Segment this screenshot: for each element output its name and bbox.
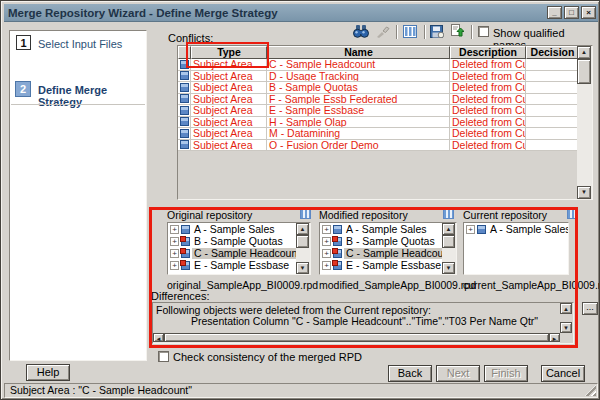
tree-scrollbar[interactable]: ▲ ▼ <box>442 223 456 274</box>
icon-column-header[interactable] <box>178 46 191 59</box>
expand-icon[interactable]: + <box>322 261 331 270</box>
scroll-down-icon[interactable]: ▼ <box>442 262 455 274</box>
conflicts-table[interactable]: Type Name Description Decision Subject A… <box>177 45 593 200</box>
import-icon <box>450 23 464 37</box>
repository-view-icon[interactable] <box>300 208 311 219</box>
modified-repository-filename: modified_SampleApp_BI0009.rpd <box>319 279 476 291</box>
repository-view-icon[interactable] <box>567 208 578 219</box>
sidebar-divider <box>11 104 145 105</box>
toolbar-separator <box>396 25 398 39</box>
subject-area-modified-icon <box>181 261 190 270</box>
step2-number: 2 <box>15 81 31 97</box>
tree-item[interactable]: + B - Sample Quotas <box>168 235 310 247</box>
scroll-right-icon[interactable]: ► <box>549 333 560 342</box>
modified-repository-tree[interactable]: + A - Sample Sales + B - Sample Quotas +… <box>319 222 457 275</box>
tree-item[interactable]: + A - Sample Sales <box>320 223 456 235</box>
expand-icon[interactable]: + <box>466 225 475 234</box>
subject-area-modified-icon <box>181 237 190 246</box>
subject-area-modified-icon <box>333 249 342 258</box>
conflict-row[interactable]: Subject Area F - Sample Essb Federated D… <box>178 94 592 106</box>
original-repository-tree[interactable]: + A - Sample Sales + B - Sample Quotas +… <box>167 222 311 275</box>
minimize-button[interactable]: _ <box>547 6 562 19</box>
tree-item[interactable]: + B - Sample Quotas <box>320 235 456 247</box>
maximize-button[interactable]: □ <box>564 6 579 19</box>
subject-area-icon <box>180 117 189 126</box>
conflict-row[interactable]: Subject Area O - Fusion Order Demo Delet… <box>178 140 592 152</box>
conflicts-label: Conflicts: <box>168 32 213 44</box>
tree-item[interactable]: + C - Sample Headcount <box>320 247 456 259</box>
tree-scrollbar[interactable]: ▲ ▼ <box>296 223 310 274</box>
name-column-header[interactable]: Name <box>267 46 450 59</box>
subject-area-icon <box>333 225 342 234</box>
expand-icon[interactable]: + <box>170 261 179 270</box>
expand-icon[interactable]: + <box>322 249 331 258</box>
scroll-down-icon[interactable]: ▼ <box>577 186 591 199</box>
subject-area-icon <box>180 60 189 69</box>
save-button[interactable] <box>429 24 445 38</box>
subject-area-icon <box>180 83 189 92</box>
conflict-row[interactable]: Subject Area D - Usage Tracking Deleted … <box>178 71 592 83</box>
conflict-row[interactable]: Subject Area B - Sample Quotas Deleted f… <box>178 82 592 94</box>
expand-icon[interactable]: + <box>170 249 179 258</box>
subject-area-icon <box>180 71 189 80</box>
conflicts-scrollbar[interactable]: ▲ ▼ <box>577 46 592 199</box>
current-repository-tree[interactable]: + A - Sample Sales <box>463 222 569 275</box>
scroll-down-icon[interactable]: ▼ <box>296 262 309 274</box>
conflict-row[interactable]: Subject Area E - Sample Essbase Deleted … <box>178 105 592 117</box>
wizard-steps-sidebar: 1 Select Input Files 2 Define Merge Stra… <box>9 30 147 361</box>
decision-column-header[interactable]: Decision <box>526 46 579 59</box>
tree-item[interactable]: + E - Sample Essbase <box>168 259 310 271</box>
search-button[interactable] <box>353 24 369 38</box>
type-column-header[interactable]: Type <box>191 46 267 59</box>
expand-icon[interactable]: + <box>322 225 331 234</box>
step1-number: 1 <box>16 35 31 50</box>
differences-line2: Presentation Column "C - Sample Headcoun… <box>191 316 538 327</box>
scroll-up-icon[interactable]: ▲ <box>296 223 309 235</box>
expand-icon[interactable]: + <box>170 225 179 234</box>
expand-icon[interactable]: + <box>170 237 179 246</box>
toolbar-separator <box>424 25 426 39</box>
expand-icon[interactable]: + <box>322 237 331 246</box>
tree-item[interactable]: + E - Sample Essbase <box>320 259 456 271</box>
description-column-header[interactable]: Description <box>450 46 526 59</box>
current-repository-filename: current_SampleApp_BI0009.rpd <box>463 279 600 291</box>
scroll-up-icon[interactable]: ▲ <box>560 303 572 314</box>
scroll-up-icon[interactable]: ▲ <box>442 223 455 235</box>
repository-view-icon[interactable] <box>443 208 454 219</box>
scrollbar-thumb[interactable] <box>577 59 591 84</box>
scrollbar-thumb[interactable] <box>442 235 455 248</box>
differences-label: Differences: <box>151 290 210 302</box>
tree-item[interactable]: + A - Sample Sales <box>168 223 310 235</box>
mark-icon <box>376 26 391 38</box>
help-button[interactable]: Help <box>26 364 70 381</box>
tree-item[interactable]: + C - Sample Headcount <box>168 247 310 259</box>
mark-button[interactable] <box>375 25 391 39</box>
subject-area-icon <box>180 106 189 115</box>
close-button[interactable]: × <box>581 6 596 19</box>
conflict-row[interactable]: Subject Area C - Sample Headcount Delete… <box>178 59 592 71</box>
subject-area-modified-icon <box>333 237 342 246</box>
differences-vertical-scrollbar[interactable]: ▲ ▼ <box>560 303 573 333</box>
differences-more-button[interactable]: ... <box>582 302 598 315</box>
columns-button[interactable] <box>402 24 418 38</box>
scrollbar-thumb[interactable] <box>296 235 309 248</box>
check-consistency-checkbox[interactable] <box>158 351 169 362</box>
conflict-row[interactable]: Subject Area M - Datamining Deleted from… <box>178 128 592 140</box>
tree-item[interactable]: + A - Sample Sales <box>464 223 568 235</box>
show-qualified-names-checkbox[interactable] <box>478 26 489 37</box>
original-repository-label: Original repository <box>167 209 252 221</box>
status-text: Subject Area : "C - Sample Headcount" <box>10 384 192 396</box>
back-button[interactable]: Back <box>388 365 432 382</box>
title-bar[interactable]: Merge Repository Wizard - Define Merge S… <box>4 4 598 22</box>
sidebar-item-select-input-files[interactable]: Select Input Files <box>38 38 122 50</box>
differences-box[interactable]: Following objects were deleted from the … <box>152 302 574 344</box>
scroll-down-icon[interactable]: ▼ <box>560 322 572 333</box>
conflict-row[interactable]: Subject Area H - Sample Olap Deleted fro… <box>178 117 592 129</box>
scroll-left-icon[interactable]: ◄ <box>153 333 164 342</box>
scrollbar-thumb[interactable] <box>164 333 549 342</box>
resize-grip[interactable] <box>585 385 596 396</box>
differences-horizontal-scrollbar[interactable]: ◄ ► <box>153 333 560 343</box>
import-button[interactable] <box>449 23 465 37</box>
scroll-up-icon[interactable]: ▲ <box>577 46 591 59</box>
cancel-button[interactable]: Cancel <box>541 365 585 382</box>
